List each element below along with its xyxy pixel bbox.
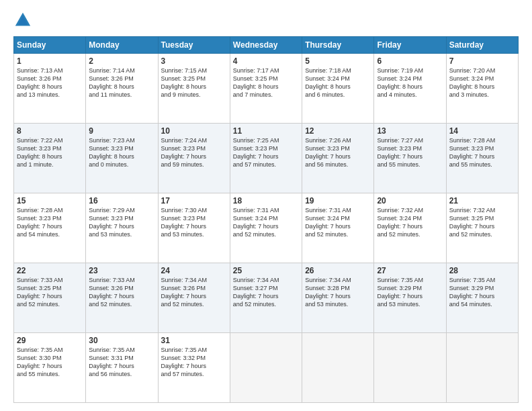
calendar-cell: 13Sunrise: 7:27 AM Sunset: 3:23 PM Dayli… xyxy=(374,124,446,193)
calendar-week-4: 22Sunrise: 7:33 AM Sunset: 3:25 PM Dayli… xyxy=(14,263,519,333)
logo xyxy=(13,11,35,30)
weekday-header-row: SundayMondayTuesdayWednesdayThursdayFrid… xyxy=(14,37,519,54)
calendar-cell: 19Sunrise: 7:31 AM Sunset: 3:24 PM Dayli… xyxy=(302,193,374,263)
day-info: Sunrise: 7:33 AM Sunset: 3:26 PM Dayligh… xyxy=(89,276,154,309)
calendar-cell: 20Sunrise: 7:32 AM Sunset: 3:24 PM Dayli… xyxy=(374,193,446,263)
day-number: 6 xyxy=(377,56,443,66)
day-info: Sunrise: 7:20 AM Sunset: 3:24 PM Dayligh… xyxy=(449,66,515,99)
day-number: 13 xyxy=(377,126,443,136)
day-number: 4 xyxy=(233,56,299,66)
day-number: 20 xyxy=(377,196,443,205)
day-number: 22 xyxy=(17,266,83,275)
calendar-cell: 31Sunrise: 7:35 AM Sunset: 3:32 PM Dayli… xyxy=(158,333,230,403)
calendar-cell xyxy=(374,333,446,403)
calendar-cell xyxy=(446,333,518,403)
day-info: Sunrise: 7:25 AM Sunset: 3:23 PM Dayligh… xyxy=(233,136,299,169)
day-info: Sunrise: 7:14 AM Sunset: 3:26 PM Dayligh… xyxy=(89,66,154,99)
day-info: Sunrise: 7:15 AM Sunset: 3:25 PM Dayligh… xyxy=(161,66,227,99)
calendar-cell xyxy=(230,333,302,403)
calendar-table: SundayMondayTuesdayWednesdayThursdayFrid… xyxy=(13,36,519,403)
day-number: 2 xyxy=(89,56,154,66)
day-number: 29 xyxy=(17,336,83,345)
day-info: Sunrise: 7:34 AM Sunset: 3:26 PM Dayligh… xyxy=(161,276,227,309)
day-number: 1 xyxy=(17,56,83,66)
day-number: 30 xyxy=(89,336,154,345)
calendar-week-3: 15Sunrise: 7:28 AM Sunset: 3:23 PM Dayli… xyxy=(14,193,519,263)
weekday-header-saturday: Saturday xyxy=(446,37,518,54)
header xyxy=(13,11,519,30)
calendar-cell: 28Sunrise: 7:35 AM Sunset: 3:29 PM Dayli… xyxy=(446,263,518,333)
day-info: Sunrise: 7:35 AM Sunset: 3:32 PM Dayligh… xyxy=(161,346,227,379)
calendar-cell: 1Sunrise: 7:13 AM Sunset: 3:26 PM Daylig… xyxy=(14,54,86,124)
calendar-cell: 16Sunrise: 7:29 AM Sunset: 3:23 PM Dayli… xyxy=(86,193,158,263)
calendar-cell: 9Sunrise: 7:23 AM Sunset: 3:23 PM Daylig… xyxy=(86,124,158,193)
calendar-cell: 6Sunrise: 7:19 AM Sunset: 3:24 PM Daylig… xyxy=(374,54,446,124)
day-number: 16 xyxy=(89,196,154,205)
calendar-cell: 21Sunrise: 7:32 AM Sunset: 3:25 PM Dayli… xyxy=(446,193,518,263)
day-number: 11 xyxy=(233,126,299,136)
calendar-cell: 15Sunrise: 7:28 AM Sunset: 3:23 PM Dayli… xyxy=(14,193,86,263)
calendar-cell: 12Sunrise: 7:26 AM Sunset: 3:23 PM Dayli… xyxy=(302,124,374,193)
calendar-cell: 18Sunrise: 7:31 AM Sunset: 3:24 PM Dayli… xyxy=(230,193,302,263)
calendar-cell: 23Sunrise: 7:33 AM Sunset: 3:26 PM Dayli… xyxy=(86,263,158,333)
day-number: 27 xyxy=(377,266,443,275)
calendar-cell: 3Sunrise: 7:15 AM Sunset: 3:25 PM Daylig… xyxy=(158,54,230,124)
day-info: Sunrise: 7:27 AM Sunset: 3:23 PM Dayligh… xyxy=(377,136,443,169)
day-info: Sunrise: 7:26 AM Sunset: 3:23 PM Dayligh… xyxy=(305,136,371,169)
day-info: Sunrise: 7:35 AM Sunset: 3:29 PM Dayligh… xyxy=(449,276,515,309)
weekday-header-thursday: Thursday xyxy=(302,37,374,54)
calendar-cell: 2Sunrise: 7:14 AM Sunset: 3:26 PM Daylig… xyxy=(86,54,158,124)
day-info: Sunrise: 7:32 AM Sunset: 3:24 PM Dayligh… xyxy=(377,206,443,239)
calendar-cell: 17Sunrise: 7:30 AM Sunset: 3:23 PM Dayli… xyxy=(158,193,230,263)
calendar-cell: 22Sunrise: 7:33 AM Sunset: 3:25 PM Dayli… xyxy=(14,263,86,333)
day-number: 14 xyxy=(449,126,515,136)
day-number: 28 xyxy=(449,266,515,275)
weekday-header-sunday: Sunday xyxy=(14,37,86,54)
day-info: Sunrise: 7:30 AM Sunset: 3:23 PM Dayligh… xyxy=(161,206,227,239)
day-info: Sunrise: 7:28 AM Sunset: 3:23 PM Dayligh… xyxy=(17,206,83,239)
day-number: 26 xyxy=(305,266,371,275)
day-info: Sunrise: 7:34 AM Sunset: 3:28 PM Dayligh… xyxy=(305,276,371,309)
day-info: Sunrise: 7:31 AM Sunset: 3:24 PM Dayligh… xyxy=(305,206,371,239)
calendar-cell xyxy=(302,333,374,403)
day-number: 5 xyxy=(305,56,371,66)
day-info: Sunrise: 7:13 AM Sunset: 3:26 PM Dayligh… xyxy=(17,66,83,99)
calendar-cell: 8Sunrise: 7:22 AM Sunset: 3:23 PM Daylig… xyxy=(14,124,86,193)
day-number: 10 xyxy=(161,126,227,136)
calendar-week-2: 8Sunrise: 7:22 AM Sunset: 3:23 PM Daylig… xyxy=(14,124,519,193)
calendar-week-5: 29Sunrise: 7:35 AM Sunset: 3:30 PM Dayli… xyxy=(14,333,519,403)
calendar-cell: 4Sunrise: 7:17 AM Sunset: 3:25 PM Daylig… xyxy=(230,54,302,124)
weekday-header-tuesday: Tuesday xyxy=(158,37,230,54)
calendar-week-1: 1Sunrise: 7:13 AM Sunset: 3:26 PM Daylig… xyxy=(14,54,519,124)
day-info: Sunrise: 7:35 AM Sunset: 3:29 PM Dayligh… xyxy=(377,276,443,309)
day-info: Sunrise: 7:35 AM Sunset: 3:30 PM Dayligh… xyxy=(17,346,83,379)
day-info: Sunrise: 7:33 AM Sunset: 3:25 PM Dayligh… xyxy=(17,276,83,309)
day-number: 23 xyxy=(89,266,154,275)
day-number: 31 xyxy=(161,336,227,345)
day-info: Sunrise: 7:17 AM Sunset: 3:25 PM Dayligh… xyxy=(233,66,299,99)
calendar-header: SundayMondayTuesdayWednesdayThursdayFrid… xyxy=(14,37,519,54)
calendar-cell: 27Sunrise: 7:35 AM Sunset: 3:29 PM Dayli… xyxy=(374,263,446,333)
weekday-header-wednesday: Wednesday xyxy=(230,37,302,54)
weekday-header-friday: Friday xyxy=(374,37,446,54)
day-number: 19 xyxy=(305,196,371,205)
day-info: Sunrise: 7:34 AM Sunset: 3:27 PM Dayligh… xyxy=(233,276,299,309)
day-number: 3 xyxy=(161,56,227,66)
day-info: Sunrise: 7:28 AM Sunset: 3:23 PM Dayligh… xyxy=(449,136,515,169)
day-number: 8 xyxy=(17,126,83,136)
page: SundayMondayTuesdayWednesdayThursdayFrid… xyxy=(0,0,532,411)
calendar-cell: 10Sunrise: 7:24 AM Sunset: 3:23 PM Dayli… xyxy=(158,124,230,193)
day-info: Sunrise: 7:29 AM Sunset: 3:23 PM Dayligh… xyxy=(89,206,154,239)
calendar-cell: 11Sunrise: 7:25 AM Sunset: 3:23 PM Dayli… xyxy=(230,124,302,193)
day-info: Sunrise: 7:35 AM Sunset: 3:31 PM Dayligh… xyxy=(89,346,154,379)
day-number: 9 xyxy=(89,126,154,136)
day-number: 25 xyxy=(233,266,299,275)
calendar-cell: 7Sunrise: 7:20 AM Sunset: 3:24 PM Daylig… xyxy=(446,54,518,124)
day-info: Sunrise: 7:22 AM Sunset: 3:23 PM Dayligh… xyxy=(17,136,83,169)
day-number: 24 xyxy=(161,266,227,275)
day-number: 15 xyxy=(17,196,83,205)
day-number: 21 xyxy=(449,196,515,205)
day-number: 7 xyxy=(449,56,515,66)
logo-icon xyxy=(13,11,32,30)
day-info: Sunrise: 7:18 AM Sunset: 3:24 PM Dayligh… xyxy=(305,66,371,99)
